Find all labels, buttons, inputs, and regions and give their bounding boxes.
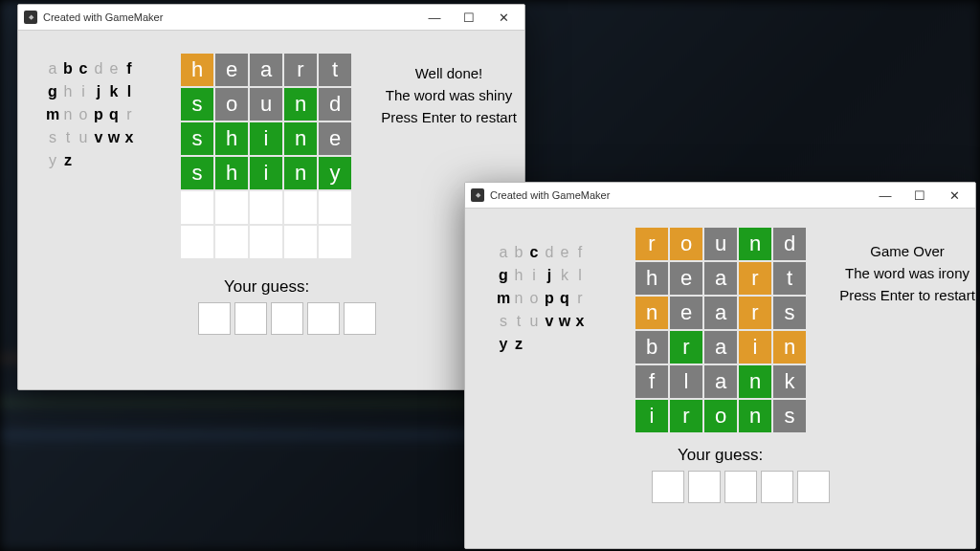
tile: n xyxy=(739,400,771,432)
guess-slot[interactable] xyxy=(688,471,721,503)
guess-grid: roundheartnearsbrainflankirons xyxy=(635,228,806,432)
tile: s xyxy=(181,157,213,189)
alpha-l: l xyxy=(122,80,137,103)
alpha-d: d xyxy=(91,57,106,80)
tile: i xyxy=(635,400,668,432)
tile: n xyxy=(635,297,668,329)
tile: s xyxy=(181,122,213,155)
titlebar[interactable]: Created with GameMaker — ☐ ✕ xyxy=(465,183,975,209)
tile: d xyxy=(319,88,351,121)
alpha-j: j xyxy=(91,80,106,103)
close-button[interactable]: ✕ xyxy=(486,5,521,30)
guess-slot[interactable] xyxy=(797,471,830,503)
guess-label: Your guess: xyxy=(224,277,309,297)
alpha-k: k xyxy=(106,80,122,103)
alpha-w: w xyxy=(557,310,572,333)
guess-slot[interactable] xyxy=(234,302,267,335)
alpha-i: i xyxy=(76,80,91,103)
tile xyxy=(284,226,317,258)
status-messages: Game OverThe word was ironyPress Enter t… xyxy=(831,237,980,309)
status-line: Press Enter to restart xyxy=(372,109,525,125)
alpha-p: p xyxy=(91,103,106,126)
alpha-x: x xyxy=(122,126,137,149)
minimize-button[interactable]: — xyxy=(417,5,452,30)
tile xyxy=(319,226,351,258)
minimize-button[interactable]: — xyxy=(868,183,902,208)
tile: e xyxy=(670,262,702,295)
alphabet-tracker: abcdefghijklmnopqrstuvwxyz xyxy=(496,241,588,356)
tile: s xyxy=(773,400,806,432)
tile: r xyxy=(284,54,317,86)
alpha-h: h xyxy=(60,80,76,103)
window-title: Created with GameMaker xyxy=(43,11,163,23)
tile: a xyxy=(704,331,737,364)
alpha-x: x xyxy=(572,310,588,333)
guess-slot[interactable] xyxy=(652,471,684,503)
guess-slot[interactable] xyxy=(271,302,303,335)
alpha-m: m xyxy=(45,103,60,126)
guess-slot[interactable] xyxy=(344,302,376,335)
tile: n xyxy=(739,228,771,260)
tile: f xyxy=(635,365,668,398)
tile: y xyxy=(319,157,351,189)
tile xyxy=(181,191,213,224)
tile xyxy=(250,191,282,224)
guess-slot[interactable] xyxy=(724,471,757,503)
alpha-e: e xyxy=(106,57,122,80)
status-line: The word was shiny xyxy=(372,87,525,103)
guess-slot[interactable] xyxy=(198,302,231,335)
tile: t xyxy=(319,54,351,86)
tile: i xyxy=(250,122,282,155)
tile xyxy=(250,226,282,258)
tile: s xyxy=(181,88,213,121)
alpha-w: w xyxy=(106,126,122,149)
tile: a xyxy=(704,365,737,398)
status-line: The word was irony xyxy=(831,265,980,281)
status-line: Game Over xyxy=(831,243,980,259)
app-icon xyxy=(471,188,484,202)
alpha-j: j xyxy=(542,264,557,287)
alpha-o: o xyxy=(76,103,91,126)
tile: h xyxy=(215,122,248,155)
alpha-d: d xyxy=(542,241,557,264)
tile: o xyxy=(704,400,737,432)
alpha-i: i xyxy=(526,264,542,287)
alpha-p: p xyxy=(542,287,557,310)
tile: r xyxy=(670,400,702,432)
alpha-s: s xyxy=(496,310,511,333)
client-area: abcdefghijklmnopqrstuvwxyz roundheartnea… xyxy=(465,209,975,548)
tile: o xyxy=(670,228,702,260)
alpha-v: v xyxy=(91,126,106,149)
alpha-m: m xyxy=(496,287,511,310)
alpha-f: f xyxy=(572,241,588,264)
tile: e xyxy=(215,54,248,86)
client-area: abcdefghijklmnopqrstuvwxyz heartsoundshi… xyxy=(18,31,524,389)
guess-slot[interactable] xyxy=(761,471,793,503)
maximize-button[interactable]: ☐ xyxy=(452,5,486,30)
tile xyxy=(319,191,351,224)
alpha-t: t xyxy=(60,126,76,149)
status-messages: Well done!The word was shinyPress Enter … xyxy=(372,59,525,131)
alpha-n: n xyxy=(511,287,526,310)
guess-slot[interactable] xyxy=(307,302,340,335)
tile: b xyxy=(635,331,668,364)
guess-input-row[interactable] xyxy=(198,302,376,335)
guess-input-row[interactable] xyxy=(652,471,830,503)
tile: h xyxy=(181,54,213,86)
alpha-b: b xyxy=(511,241,526,264)
alpha-q: q xyxy=(106,103,122,126)
game-window-win: Created with GameMaker — ☐ ✕ abcdefghijk… xyxy=(17,4,525,390)
tile: i xyxy=(739,331,771,364)
alpha-y: y xyxy=(496,333,511,356)
alpha-h: h xyxy=(511,264,526,287)
tile: u xyxy=(250,88,282,121)
alpha-l: l xyxy=(572,264,588,287)
maximize-button[interactable]: ☐ xyxy=(902,183,937,208)
close-button[interactable]: ✕ xyxy=(937,183,971,208)
alpha-g: g xyxy=(496,264,511,287)
tile: h xyxy=(635,262,668,295)
alpha-t: t xyxy=(511,310,526,333)
tile: d xyxy=(773,228,806,260)
alpha-o: o xyxy=(526,287,542,310)
titlebar[interactable]: Created with GameMaker — ☐ ✕ xyxy=(18,5,524,31)
